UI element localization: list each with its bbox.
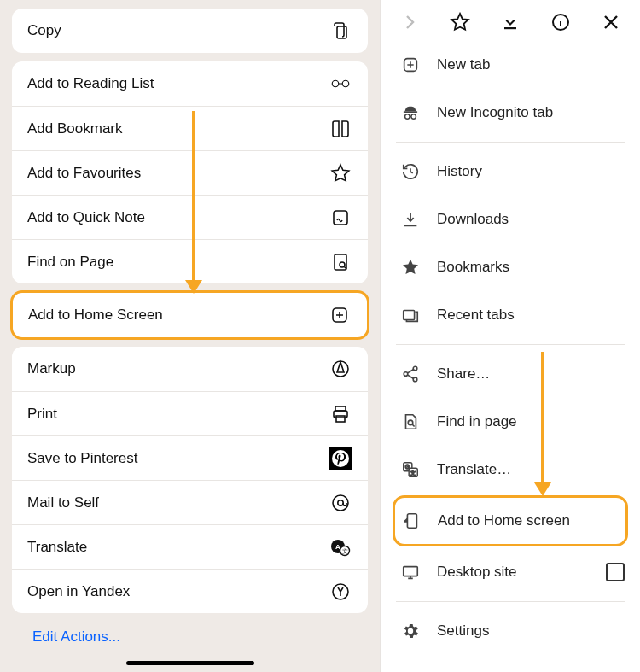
find-in-page-icon <box>396 412 425 431</box>
forward-button[interactable] <box>398 10 422 34</box>
menu-translate[interactable]: G文 Translate… <box>396 446 625 494</box>
menu-new-tab[interactable]: New tab <box>396 41 625 89</box>
svg-point-5 <box>340 262 345 267</box>
menu-label: Settings <box>437 622 625 640</box>
menu-label: Downloads <box>437 211 625 228</box>
row-label: Copy <box>27 22 329 39</box>
menu-incognito[interactable]: New Incognito tab <box>396 89 625 137</box>
annotation-arrow <box>541 352 544 484</box>
row-label: Add to Quick Note <box>27 209 329 226</box>
menu-label: Bookmarks <box>437 259 625 276</box>
row-label: Translate <box>27 539 329 556</box>
menu-recent-tabs[interactable]: Recent tabs <box>396 291 625 339</box>
menu-divider <box>396 344 625 345</box>
history-icon <box>396 162 425 181</box>
menu-label: History <box>437 163 625 180</box>
action-add-bookmark[interactable]: Add Bookmark <box>12 106 368 150</box>
action-translate[interactable]: Translate A文 <box>12 524 368 569</box>
svg-rect-0 <box>337 26 346 38</box>
incognito-icon <box>396 103 425 122</box>
svg-point-1 <box>332 80 339 87</box>
action-quick-note[interactable]: Add to Quick Note <box>12 195 368 239</box>
desktop-site-checkbox[interactable] <box>606 563 625 581</box>
info-button[interactable] <box>549 10 573 34</box>
row-label: Add Bookmark <box>27 120 329 137</box>
menu-bookmarks[interactable]: Bookmarks <box>396 243 625 291</box>
markup-icon <box>329 357 352 381</box>
home-indicator <box>126 661 254 665</box>
menu-find-in-page[interactable]: Find in page <box>396 398 625 446</box>
action-add-home-screen[interactable]: Add to Home Screen <box>13 293 367 337</box>
download-button[interactable] <box>498 10 522 34</box>
annotation-arrow <box>192 111 195 282</box>
action-pinterest[interactable]: Save to Pinterest <box>12 435 368 480</box>
menu-label: Translate… <box>437 461 625 478</box>
action-print[interactable]: Print <box>12 391 368 435</box>
menu-downloads[interactable]: Downloads <box>396 196 625 243</box>
row-label: Open in Yandex <box>27 583 329 600</box>
row-label: Add to Reading List <box>27 75 329 92</box>
menu-settings[interactable]: Settings <box>396 607 625 655</box>
row-label: Print <box>27 406 329 423</box>
translate-icon: G文 <box>396 460 425 479</box>
menu-add-home-screen[interactable]: Add to Home screen <box>397 498 625 544</box>
edit-actions-link[interactable]: Edit Actions... <box>12 622 368 646</box>
svg-rect-10 <box>336 416 345 422</box>
edit-actions-label: Edit Actions... <box>32 628 120 645</box>
action-yandex[interactable]: Open in Yandex <box>12 569 368 613</box>
ios-share-sheet: Copy Add to Reading List Add Bookmark <box>0 0 380 672</box>
print-icon <box>329 402 352 426</box>
action-reading-list[interactable]: Add to Reading List <box>12 61 368 106</box>
svg-rect-19 <box>504 27 516 29</box>
menu-history[interactable]: History <box>396 148 625 196</box>
svg-point-24 <box>411 114 416 120</box>
action-markup[interactable]: Markup <box>12 347 368 391</box>
menu-label: New Incognito tab <box>437 104 625 121</box>
row-label: Markup <box>27 360 329 377</box>
svg-point-13 <box>338 500 343 505</box>
note-icon <box>329 206 352 230</box>
add-home-icon <box>397 511 426 530</box>
row-label: Save to Pinterest <box>27 450 329 467</box>
menu-label: Share… <box>437 365 625 383</box>
action-copy[interactable]: Copy <box>12 9 368 53</box>
menu-label: New tab <box>437 56 625 73</box>
menu-label: Add to Home screen <box>438 512 625 529</box>
new-tab-icon <box>396 56 425 74</box>
svg-rect-3 <box>334 211 347 225</box>
svg-text:文: 文 <box>342 548 348 554</box>
book-icon <box>329 117 352 141</box>
action-add-favourites[interactable]: Add to Favourites <box>12 150 368 195</box>
share-icon <box>396 365 425 383</box>
svg-rect-34 <box>407 514 416 529</box>
menu-desktop-site[interactable]: Desktop site <box>396 548 625 596</box>
settings-icon <box>396 622 425 640</box>
svg-rect-22 <box>404 111 418 113</box>
menu-share[interactable]: Share… <box>396 350 625 398</box>
action-find-on-page[interactable]: Find on Page <box>12 239 368 283</box>
chrome-menu-toolbar <box>381 0 640 41</box>
menu-label: Desktop site <box>437 564 606 581</box>
svg-point-2 <box>342 80 349 87</box>
downloads-icon <box>396 210 425 229</box>
copy-icon <box>329 19 352 43</box>
close-button[interactable] <box>599 10 623 34</box>
menu-label: Find in page <box>437 413 625 430</box>
chrome-menu: New tab New Incognito tab History Down <box>380 0 640 672</box>
svg-text:A: A <box>335 543 340 551</box>
recent-tabs-icon <box>396 306 425 324</box>
menu-divider <box>396 601 625 602</box>
bookmarks-icon <box>396 258 425 277</box>
bookmark-star-button[interactable] <box>448 10 472 34</box>
row-label: Add to Favourites <box>27 165 329 182</box>
pinterest-icon <box>329 447 352 470</box>
desktop-icon <box>396 563 425 581</box>
svg-rect-25 <box>404 311 415 320</box>
at-icon <box>329 491 352 515</box>
glasses-icon <box>329 72 352 96</box>
plus-square-icon <box>328 303 352 327</box>
svg-rect-35 <box>404 567 418 576</box>
row-label: Find on Page <box>27 254 329 271</box>
yandex-icon <box>329 580 352 604</box>
action-mail-self[interactable]: Mail to Self <box>12 480 368 524</box>
